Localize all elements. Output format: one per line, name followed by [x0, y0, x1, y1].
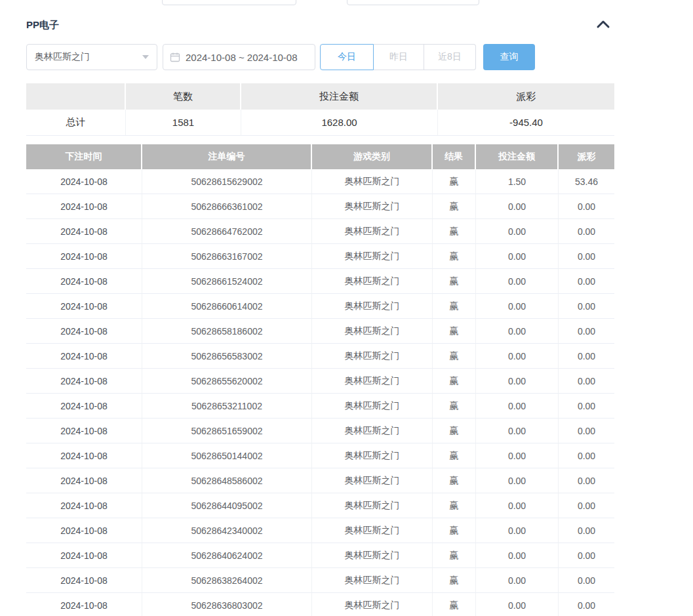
search-button[interactable]: 查询: [483, 44, 535, 70]
cell-payout: 0.00: [559, 294, 614, 319]
game-select[interactable]: 奥林匹斯之门: [26, 44, 157, 70]
cell-payout: 0.00: [559, 394, 614, 419]
cell-payout: 0.00: [559, 593, 614, 616]
cell-bet-time: 2024-10-08: [26, 369, 142, 394]
table-row: 2024-10-08 50628653211002 奥林匹斯之门 赢 0.00 …: [26, 394, 614, 419]
cell-bet-time: 2024-10-08: [26, 493, 142, 518]
summary-header-row: 笔数 投注金额 派彩: [26, 83, 614, 110]
cell-game-type: 奥林匹斯之门: [312, 294, 433, 319]
table-row: 2024-10-08 50628666361002 奥林匹斯之门 赢 0.00 …: [26, 194, 614, 219]
summary-bet-amount-value: 1628.00: [241, 110, 438, 136]
cell-result: 赢: [433, 244, 476, 269]
cell-bet-id: 50628661524002: [142, 269, 312, 294]
cell-payout: 0.00: [559, 219, 614, 244]
cell-bet-time: 2024-10-08: [26, 294, 142, 319]
cell-result: 赢: [433, 319, 476, 344]
bets-table-body: 2024-10-08 50628615629002 奥林匹斯之门 赢 1.50 …: [26, 169, 614, 616]
table-row: 2024-10-08 50628648586002 奥林匹斯之门 赢 0.00 …: [26, 468, 614, 493]
col-header-payout: 派彩: [559, 144, 614, 169]
section-header: PP电子: [26, 18, 614, 32]
cell-game-type: 奥林匹斯之门: [312, 468, 433, 493]
cell-result: 赢: [433, 194, 476, 219]
table-row: 2024-10-08 50628650144002 奥林匹斯之门 赢 0.00 …: [26, 443, 614, 468]
cell-bet-id: 50628656583002: [142, 344, 312, 369]
cell-result: 赢: [433, 269, 476, 294]
summary-payout-value: -945.40: [438, 110, 614, 136]
table-row: 2024-10-08 50628663167002 奥林匹斯之门 赢 0.00 …: [26, 244, 614, 269]
cell-game-type: 奥林匹斯之门: [312, 194, 433, 219]
cell-bet-id: 50628648586002: [142, 468, 312, 493]
cell-payout: 0.00: [559, 319, 614, 344]
cell-result: 赢: [433, 169, 476, 194]
cell-payout: 0.00: [559, 568, 614, 593]
cell-bet-id: 50628615629002: [142, 169, 312, 194]
table-row: 2024-10-08 50628644095002 奥林匹斯之门 赢 0.00 …: [26, 493, 614, 518]
cell-bet-time: 2024-10-08: [26, 244, 142, 269]
top-partial-input-left[interactable]: [162, 0, 296, 5]
cell-bet-time: 2024-10-08: [26, 219, 142, 244]
cell-bet-id: 50628640624002: [142, 543, 312, 568]
collapse-button[interactable]: [596, 19, 610, 31]
cell-bet-id: 50628644095002: [142, 493, 312, 518]
last-8-days-button[interactable]: 近8日: [424, 44, 476, 70]
cell-result: 赢: [433, 543, 476, 568]
cell-bet-time: 2024-10-08: [26, 468, 142, 493]
cell-bet-amount: 0.00: [476, 443, 559, 468]
cell-payout: 53.46: [559, 169, 614, 194]
cell-bet-amount: 0.00: [476, 518, 559, 543]
table-row: 2024-10-08 50628664762002 奥林匹斯之门 赢 0.00 …: [26, 219, 614, 244]
table-row: 2024-10-08 50628661524002 奥林匹斯之门 赢 0.00 …: [26, 269, 614, 294]
cell-bet-time: 2024-10-08: [26, 568, 142, 593]
cell-bet-amount: 0.00: [476, 244, 559, 269]
cell-bet-amount: 0.00: [476, 344, 559, 369]
filter-row: 奥林匹斯之门 2024-10-08 ~ 2024-10-08 今日 昨日 近8日…: [26, 44, 535, 70]
cell-payout: 0.00: [559, 468, 614, 493]
summary-table: 笔数 投注金额 派彩 总计 1581 1628.00 -945.40: [26, 83, 614, 136]
cell-payout: 0.00: [559, 419, 614, 443]
summary-header-count: 笔数: [126, 83, 241, 110]
cell-bet-time: 2024-10-08: [26, 319, 142, 344]
cell-payout: 0.00: [559, 443, 614, 468]
cell-bet-time: 2024-10-08: [26, 518, 142, 543]
cell-bet-time: 2024-10-08: [26, 194, 142, 219]
caret-down-icon: [142, 55, 149, 59]
col-header-bet-amount: 投注金额: [476, 144, 559, 169]
col-header-bet-id: 注单编号: [142, 144, 312, 169]
yesterday-button[interactable]: 昨日: [374, 44, 424, 70]
cell-payout: 0.00: [559, 543, 614, 568]
cell-game-type: 奥林匹斯之门: [312, 518, 433, 543]
cell-result: 赢: [433, 518, 476, 543]
cell-result: 赢: [433, 493, 476, 518]
cell-payout: 0.00: [559, 194, 614, 219]
date-range-input[interactable]: 2024-10-08 ~ 2024-10-08: [163, 44, 315, 70]
cell-game-type: 奥林匹斯之门: [312, 244, 433, 269]
cell-bet-time: 2024-10-08: [26, 394, 142, 419]
cell-game-type: 奥林匹斯之门: [312, 319, 433, 344]
cell-game-type: 奥林匹斯之门: [312, 593, 433, 616]
cell-bet-id: 50628660614002: [142, 294, 312, 319]
cell-game-type: 奥林匹斯之门: [312, 169, 433, 194]
top-partial-input-right[interactable]: [347, 0, 479, 5]
cell-bet-amount: 0.00: [476, 319, 559, 344]
today-button[interactable]: 今日: [320, 44, 374, 70]
summary-header-payout: 派彩: [438, 83, 614, 110]
cell-game-type: 奥林匹斯之门: [312, 493, 433, 518]
cell-game-type: 奥林匹斯之门: [312, 369, 433, 394]
section-title: PP电子: [26, 19, 59, 31]
cell-result: 赢: [433, 443, 476, 468]
cell-bet-time: 2024-10-08: [26, 543, 142, 568]
table-row: 2024-10-08 50628655620002 奥林匹斯之门 赢 0.00 …: [26, 369, 614, 394]
cell-bet-amount: 0.00: [476, 543, 559, 568]
cell-payout: 0.00: [559, 493, 614, 518]
summary-count-value: 1581: [126, 110, 241, 136]
cell-bet-id: 50628666361002: [142, 194, 312, 219]
cell-bet-time: 2024-10-08: [26, 419, 142, 443]
summary-header-bet-amount: 投注金额: [241, 83, 438, 110]
cell-bet-time: 2024-10-08: [26, 169, 142, 194]
cell-bet-amount: 0.00: [476, 468, 559, 493]
cell-result: 赢: [433, 468, 476, 493]
table-row: 2024-10-08 50628658186002 奥林匹斯之门 赢 0.00 …: [26, 319, 614, 344]
cell-bet-amount: 0.00: [476, 369, 559, 394]
calendar-icon: [170, 52, 180, 62]
summary-total-label: 总计: [26, 110, 126, 136]
